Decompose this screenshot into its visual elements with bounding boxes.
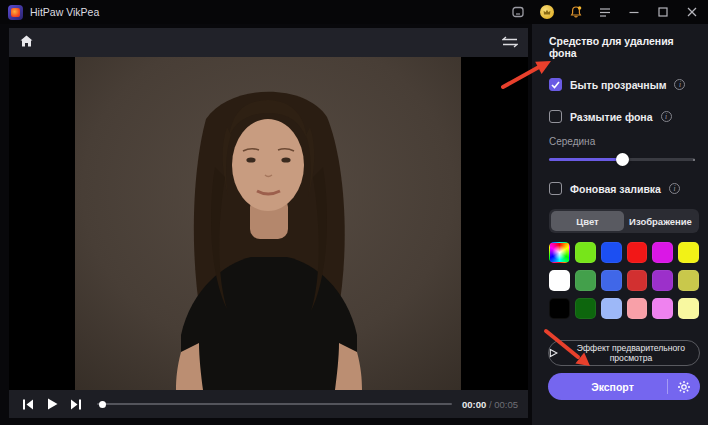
color-swatch-D23030[interactable] — [627, 270, 648, 291]
blur-checkbox[interactable] — [549, 110, 562, 123]
blur-option-row[interactable]: Размытие фона i — [549, 110, 699, 123]
preview-effect-label: Эффект предварительного просмотра — [563, 343, 699, 363]
fill-mode-tabs: Цвет Изображение — [549, 209, 699, 233]
tab-image[interactable]: Изображение — [624, 211, 697, 231]
blur-label: Размытие фона — [570, 111, 653, 123]
compare-icon[interactable] — [502, 34, 518, 52]
video-content-woman-portrait — [75, 57, 461, 390]
title-bar: HitPaw VikPea — [0, 0, 708, 24]
color-swatch-9DB8F8[interactable] — [601, 298, 622, 319]
color-swatch-9C30CA[interactable] — [652, 270, 673, 291]
color-swatch-FFFFFF[interactable] — [549, 270, 570, 291]
color-swatch-77E51A[interactable] — [575, 242, 596, 263]
color-swatch-EF82EF[interactable] — [652, 298, 673, 319]
color-swatch-F2F217[interactable] — [678, 242, 699, 263]
minimize-icon[interactable] — [626, 4, 642, 20]
blur-info-icon[interactable]: i — [661, 111, 672, 122]
transparent-info-icon[interactable]: i — [674, 79, 685, 90]
video-canvas[interactable] — [9, 57, 528, 390]
close-icon[interactable] — [684, 4, 700, 20]
color-swatch-DA17E6[interactable] — [652, 242, 673, 263]
maximize-icon[interactable] — [655, 4, 671, 20]
blur-slider-thumb[interactable] — [616, 153, 629, 166]
blur-slider-end-dot — [693, 159, 695, 161]
video-frame — [75, 57, 461, 390]
panel-title: Средство для удаления фона — [549, 35, 699, 59]
background-removal-panel: Средство для удаления фона Быть прозрачн… — [532, 24, 708, 425]
color-swatch-4067E8[interactable] — [601, 270, 622, 291]
color-swatch-0D660D[interactable] — [575, 298, 596, 319]
notification-bell-icon[interactable] — [568, 4, 584, 20]
timeline-slider[interactable] — [97, 397, 452, 411]
export-label: Экспорт — [548, 381, 667, 393]
color-swatch-1C4FF2[interactable] — [601, 242, 622, 263]
export-button[interactable]: Экспорт — [548, 373, 700, 400]
app-window: HitPaw VikPea — [0, 0, 708, 425]
export-settings-gear-icon[interactable] — [668, 380, 700, 394]
play-button[interactable] — [43, 395, 61, 413]
transparent-label: Быть прозрачным — [570, 79, 666, 91]
home-icon[interactable] — [19, 34, 34, 52]
play-outline-icon — [549, 348, 558, 358]
preview-effect-button[interactable]: Эффект предварительного просмотра — [548, 340, 700, 366]
fill-option-row[interactable]: Фоновая заливка i — [549, 182, 699, 195]
playback-controls: 00:00 / 00:05 — [9, 390, 528, 418]
color-swatch-C9C84B[interactable] — [678, 270, 699, 291]
time-total: / 00:05 — [489, 399, 518, 410]
color-swatch-000000[interactable] — [549, 298, 570, 319]
blur-level-label: Середина — [549, 136, 699, 147]
fill-checkbox[interactable] — [549, 182, 562, 195]
transparent-checkbox[interactable] — [549, 78, 562, 91]
canvas-toolbar — [9, 28, 528, 57]
fill-label: Фоновая заливка — [570, 183, 661, 195]
fill-info-icon[interactable]: i — [669, 183, 680, 194]
color-picker-swatch[interactable] — [549, 242, 570, 263]
blur-slider[interactable] — [549, 152, 695, 166]
time-display: 00:00 / 00:05 — [462, 399, 518, 410]
color-swatch-F8A0A8[interactable] — [627, 298, 648, 319]
transparent-option-row[interactable]: Быть прозрачным i — [549, 78, 699, 91]
timeline-track — [97, 403, 452, 405]
feedback-icon[interactable] — [510, 4, 526, 20]
next-frame-button[interactable] — [67, 395, 85, 413]
prev-frame-button[interactable] — [19, 395, 37, 413]
app-logo-icon — [8, 5, 23, 20]
vip-coin-icon[interactable] — [539, 4, 555, 20]
tab-color[interactable]: Цвет — [551, 211, 624, 231]
video-player-panel: 00:00 / 00:05 — [9, 28, 528, 418]
color-swatch-grid — [549, 242, 699, 319]
app-title: HitPaw VikPea — [30, 6, 99, 18]
timeline-thumb[interactable] — [99, 401, 106, 408]
blur-slider-fill — [549, 158, 622, 161]
color-swatch-F8F8A0[interactable] — [678, 298, 699, 319]
color-swatch-F21717[interactable] — [627, 242, 648, 263]
color-swatch-43A04B[interactable] — [575, 270, 596, 291]
menu-icon[interactable] — [597, 4, 613, 20]
time-current: 00:00 — [462, 399, 486, 410]
